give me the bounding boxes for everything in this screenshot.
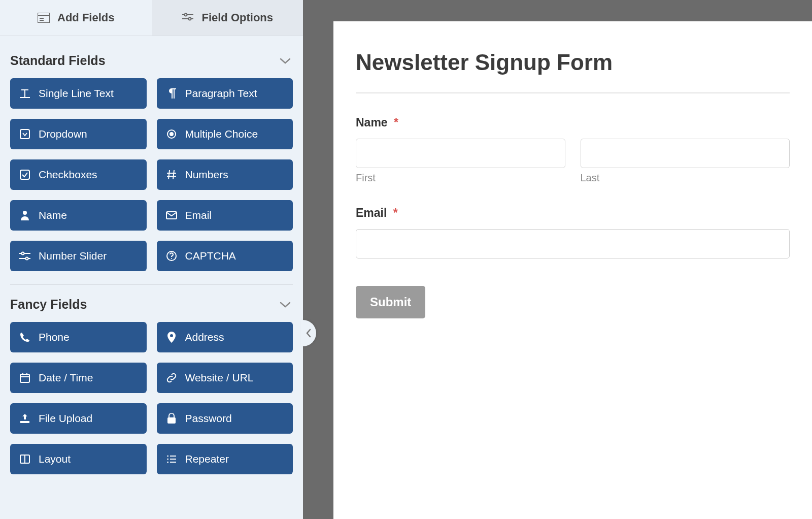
phone-icon (19, 332, 30, 343)
first-sublabel: First (356, 172, 565, 184)
list-icon (166, 453, 177, 465)
svg-rect-31 (20, 421, 29, 423)
svg-rect-27 (20, 374, 29, 382)
field-dropdown[interactable]: Dropdown (10, 119, 147, 149)
field-layout[interactable]: Layout (10, 444, 147, 474)
tab-add-fields-label: Add Fields (57, 11, 114, 24)
chevron-down-icon (280, 301, 291, 308)
section-fancy-header[interactable]: Fancy Fields (10, 294, 293, 319)
field-repeater[interactable]: Repeater (157, 444, 293, 474)
field-label: Address (185, 331, 224, 343)
tab-field-options[interactable]: Field Options (152, 0, 303, 36)
svg-point-5 (185, 14, 187, 16)
email-input[interactable] (356, 229, 790, 258)
section-standard-header[interactable]: Standard Fields (10, 50, 293, 75)
last-name-col: Last (581, 139, 790, 184)
field-number-slider[interactable]: Number Slider (10, 241, 147, 271)
form-icon (37, 11, 50, 24)
pin-icon (166, 332, 177, 343)
field-name[interactable]: Name (10, 200, 147, 231)
field-label: Phone (39, 331, 70, 343)
link-icon (166, 372, 177, 383)
field-label: Paragraph Text (185, 87, 257, 100)
name-label-text: Name (356, 116, 388, 129)
tab-field-options-label: Field Options (201, 11, 273, 24)
svg-line-16 (173, 170, 174, 179)
fancy-field-grid: Phone Address Date / Time Website / URL (10, 322, 293, 474)
hash-icon (166, 169, 177, 180)
columns-icon (19, 453, 30, 465)
field-phone[interactable]: Phone (10, 322, 147, 352)
text-icon (19, 88, 30, 99)
question-icon (166, 250, 177, 262)
field-numbers[interactable]: Numbers (157, 159, 293, 190)
field-label: Date / Time (39, 372, 93, 384)
svg-line-15 (168, 170, 170, 179)
standard-field-grid: Single Line Text Paragraph Text Dropdown… (10, 78, 293, 271)
field-label: Website / URL (185, 372, 254, 384)
section-fancy-title: Fancy Fields (10, 297, 87, 312)
field-label: Name (39, 209, 67, 221)
field-single-line-text[interactable]: Single Line Text (10, 78, 147, 109)
field-label: Layout (39, 453, 71, 465)
svg-point-24 (26, 257, 28, 260)
email-label: Email * (356, 206, 790, 220)
field-label: Dropdown (39, 128, 87, 140)
field-label: Email (185, 209, 212, 221)
name-row: First Last (356, 139, 790, 184)
checkbox-icon (19, 169, 30, 180)
divider (10, 284, 293, 285)
submit-button[interactable]: Submit (356, 286, 425, 318)
section-fancy: Fancy Fields Phone Address Date / Time (10, 294, 293, 474)
field-label: Repeater (185, 453, 229, 465)
svg-point-22 (22, 252, 24, 255)
field-captcha[interactable]: CAPTCHA (157, 241, 293, 271)
preview-area: Newsletter Signup Form Name * First Last (303, 0, 812, 519)
field-label: CAPTCHA (185, 250, 236, 262)
field-password[interactable]: Password (157, 403, 293, 434)
preview-panel: Newsletter Signup Form Name * First Last (333, 21, 812, 519)
last-name-input[interactable] (581, 139, 790, 168)
field-file-upload[interactable]: File Upload (10, 403, 147, 434)
name-label: Name * (356, 116, 790, 129)
field-label: Number Slider (39, 250, 107, 262)
field-multiple-choice[interactable]: Multiple Choice (157, 119, 293, 149)
svg-rect-32 (167, 417, 176, 424)
tab-add-fields[interactable]: Add Fields (0, 0, 152, 36)
first-name-input[interactable] (356, 139, 565, 168)
field-date-time[interactable]: Date / Time (10, 363, 147, 393)
envelope-icon (166, 210, 177, 221)
field-label: Checkboxes (39, 169, 97, 181)
sidebar: Add Fields Field Options Standard Fields… (0, 0, 303, 519)
field-label: Password (185, 412, 232, 425)
section-standard: Standard Fields Single Line Text Paragra… (10, 50, 293, 271)
required-mark: * (394, 116, 398, 129)
panel-body: Standard Fields Single Line Text Paragra… (0, 36, 303, 519)
field-checkboxes[interactable]: Checkboxes (10, 159, 147, 190)
field-label: Numbers (185, 169, 228, 181)
chevron-down-icon (280, 57, 291, 64)
field-email[interactable]: Email (157, 200, 293, 231)
field-website-url[interactable]: Website / URL (157, 363, 293, 393)
lock-icon (166, 413, 177, 424)
chevron-left-icon (306, 329, 312, 338)
form-name-field[interactable]: Name * First Last (356, 116, 790, 184)
user-icon (19, 210, 30, 221)
svg-point-13 (170, 133, 173, 136)
svg-rect-14 (20, 170, 29, 179)
sliders-icon (181, 11, 194, 24)
svg-point-19 (23, 211, 27, 215)
upload-icon (19, 413, 30, 424)
svg-point-7 (189, 18, 191, 20)
email-label-text: Email (356, 206, 387, 219)
field-address[interactable]: Address (157, 322, 293, 352)
form-email-field[interactable]: Email * (356, 206, 790, 258)
first-name-col: First (356, 139, 565, 184)
svg-rect-11 (20, 129, 29, 139)
field-paragraph-text[interactable]: Paragraph Text (157, 78, 293, 109)
paragraph-icon (166, 88, 177, 99)
field-label: Multiple Choice (185, 128, 258, 140)
calendar-icon (19, 372, 30, 383)
field-label: Single Line Text (39, 87, 114, 100)
form-title[interactable]: Newsletter Signup Form (356, 50, 790, 75)
